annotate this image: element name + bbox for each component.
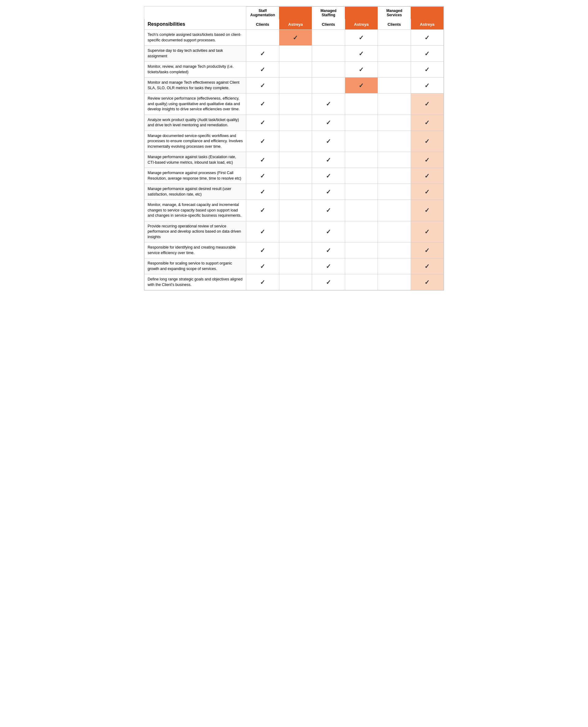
responsibility-cell: Define long range strategic goals and ob… — [145, 274, 246, 290]
staff-aug-clients-cell: ✓ — [246, 242, 279, 258]
staff-aug-clients-header: Clients — [246, 19, 279, 30]
table-row: Manage documented service-specific workf… — [145, 130, 444, 152]
managed-staffing-astreya-cell: ✓ — [345, 46, 378, 62]
responsibility-cell: Responsible for scaling service to suppo… — [145, 258, 246, 274]
managed-staffing-astreya-cell — [345, 168, 378, 184]
group-header-row: StaffAugmentation ManagedStaffing Manage… — [145, 7, 444, 19]
staff-aug-astreya-cell — [279, 200, 312, 221]
managed-services-astreya-cell: ✓ — [411, 184, 443, 200]
check-icon: ✓ — [326, 188, 331, 195]
managed-services-astreya-cell: ✓ — [411, 78, 443, 94]
check-icon: ✓ — [326, 207, 331, 214]
staff-aug-astreya-cell — [279, 168, 312, 184]
managed-services-astreya-cell: ✓ — [411, 62, 443, 78]
check-icon: ✓ — [326, 119, 331, 126]
managed-staffing-clients-cell: ✓ — [312, 168, 345, 184]
staff-aug-clients-cell: ✓ — [246, 258, 279, 274]
check-icon: ✓ — [260, 173, 265, 179]
check-icon: ✓ — [260, 228, 265, 235]
responsibility-cell: Tech's complete assigned tasks/tickets b… — [145, 30, 246, 46]
managed-staffing-clients-cell: ✓ — [312, 184, 345, 200]
managed-staffing-astreya-cell — [345, 221, 378, 242]
managed-services-clients-cell — [378, 168, 411, 184]
managed-services-astreya-header: Astreya — [411, 19, 443, 30]
sub-header-row: Responsibilities Clients Astreya Clients… — [145, 19, 444, 30]
check-icon: ✓ — [260, 188, 265, 195]
staff-aug-clients-cell: ✓ — [246, 115, 279, 130]
managed-services-clients-header: Clients — [378, 19, 411, 30]
managed-staffing-astreya-cell — [345, 152, 378, 168]
staff-aug-astreya-cell — [279, 184, 312, 200]
check-icon: ✓ — [326, 101, 331, 107]
check-icon: ✓ — [260, 279, 265, 286]
managed-staffing-astreya-group — [345, 7, 378, 19]
responsibilities-header: Responsibilities — [145, 19, 246, 30]
managed-services-clients-cell — [378, 30, 411, 46]
managed-services-astreya-cell: ✓ — [411, 274, 443, 290]
managed-staffing-clients-cell: ✓ — [312, 152, 345, 168]
responsibility-cell: Provide recurring operational review of … — [145, 221, 246, 242]
managed-staffing-clients-cell: ✓ — [312, 200, 345, 221]
staff-aug-clients-cell: ✓ — [246, 274, 279, 290]
managed-services-astreya-cell: ✓ — [411, 130, 443, 152]
staff-aug-astreya-header: Astreya — [279, 19, 312, 30]
managed-services-astreya-cell: ✓ — [411, 30, 443, 46]
table-row: Manage performance against tasks (Escala… — [145, 152, 444, 168]
managed-staffing-clients-cell: ✓ — [312, 221, 345, 242]
managed-staffing-astreya-cell — [345, 115, 378, 130]
managed-staffing-clients-cell: ✓ — [312, 258, 345, 274]
responsibility-cell: Manage documented service-specific workf… — [145, 130, 246, 152]
staff-aug-clients-cell: ✓ — [246, 200, 279, 221]
managed-services-clients-cell — [378, 200, 411, 221]
check-icon: ✓ — [424, 173, 430, 179]
table-row: Analyze work product quality (Audit task… — [145, 115, 444, 130]
check-icon: ✓ — [260, 82, 265, 89]
check-icon: ✓ — [326, 247, 331, 254]
check-icon: ✓ — [424, 263, 430, 270]
staff-aug-group-label: StaffAugmentation — [246, 7, 279, 19]
managed-services-astreya-cell: ✓ — [411, 258, 443, 274]
responsibility-cell: Responsible for identifying and creating… — [145, 242, 246, 258]
check-icon: ✓ — [260, 66, 265, 73]
responsibility-cell: Monitor, manage, & forecast capacity and… — [145, 200, 246, 221]
staff-aug-astreya-cell — [279, 78, 312, 94]
staff-aug-clients-cell: ✓ — [246, 221, 279, 242]
check-icon: ✓ — [424, 228, 430, 235]
table-row: Responsible for scaling service to suppo… — [145, 258, 444, 274]
responsibility-cell: Review service performance (effectivenes… — [145, 94, 246, 115]
table-row: Review service performance (effectivenes… — [145, 94, 444, 115]
check-icon: ✓ — [326, 279, 331, 286]
staff-aug-astreya-cell: ✓ — [279, 30, 312, 46]
check-icon: ✓ — [359, 34, 364, 41]
managed-staffing-clients-cell: ✓ — [312, 274, 345, 290]
check-icon: ✓ — [424, 50, 430, 57]
managed-staffing-clients-cell: ✓ — [312, 115, 345, 130]
managed-staffing-group-label: ManagedStaffing — [312, 7, 345, 19]
check-icon: ✓ — [424, 279, 430, 286]
table-row: Monitor and manage Tech effectiveness ag… — [145, 78, 444, 94]
check-icon: ✓ — [326, 157, 331, 163]
managed-staffing-astreya-cell: ✓ — [345, 78, 378, 94]
managed-services-astreya-cell: ✓ — [411, 168, 443, 184]
managed-services-clients-cell — [378, 152, 411, 168]
managed-services-clients-cell — [378, 221, 411, 242]
managed-staffing-astreya-cell: ✓ — [345, 62, 378, 78]
managed-staffing-astreya-cell — [345, 242, 378, 258]
table-row: Monitor, manage, & forecast capacity and… — [145, 200, 444, 221]
managed-services-astreya-cell: ✓ — [411, 46, 443, 62]
staff-aug-astreya-cell — [279, 221, 312, 242]
check-icon: ✓ — [424, 82, 430, 89]
check-icon: ✓ — [260, 101, 265, 107]
staff-aug-astreya-cell — [279, 94, 312, 115]
managed-services-clients-cell — [378, 274, 411, 290]
comparison-table: StaffAugmentation ManagedStaffing Manage… — [144, 6, 444, 290]
responsibility-cell: Manage performance against processes (Fi… — [145, 168, 246, 184]
managed-services-clients-cell — [378, 78, 411, 94]
check-icon: ✓ — [424, 207, 430, 214]
table-row: Manage performance against desired resul… — [145, 184, 444, 200]
check-icon: ✓ — [260, 207, 265, 214]
responsibility-cell: Manage performance against desired resul… — [145, 184, 246, 200]
staff-aug-clients-cell: ✓ — [246, 46, 279, 62]
check-icon: ✓ — [326, 138, 331, 145]
managed-services-clients-cell — [378, 130, 411, 152]
